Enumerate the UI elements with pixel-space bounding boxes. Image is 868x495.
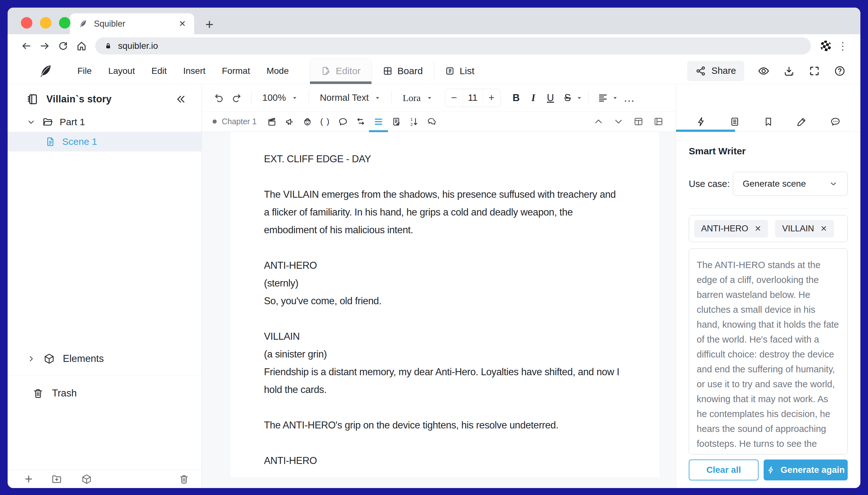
dual-dialogue-icon[interactable] — [424, 114, 439, 130]
menu-edit[interactable]: Edit — [143, 66, 175, 76]
bold-button[interactable]: B — [508, 92, 525, 104]
remove-tag-icon[interactable]: ✕ — [755, 224, 761, 233]
elements-cube-icon[interactable] — [81, 474, 92, 485]
dialogue-bubble-icon[interactable] — [335, 114, 350, 130]
chevron-down-icon[interactable] — [613, 116, 624, 127]
sidebar-item-part-1[interactable]: Part 1 — [7, 112, 201, 132]
zoom-window-button[interactable] — [59, 17, 70, 29]
footer-trash-icon[interactable] — [179, 474, 190, 484]
transition-arrows-icon[interactable] — [353, 114, 368, 130]
chevron-down-icon[interactable] — [27, 118, 35, 126]
forward-button[interactable] — [35, 37, 54, 55]
tab-bookmark-icon[interactable] — [763, 116, 774, 127]
home-button[interactable] — [72, 37, 91, 55]
script-page[interactable]: EXT. CLIFF EDGE - DAY The VILLAIN emerge… — [231, 132, 659, 477]
browser-tab[interactable]: Squibler ✕ — [70, 13, 194, 34]
editor-paragraph[interactable]: VILLAIN — [264, 328, 622, 345]
tab-smart-writer-bolt-icon[interactable] — [696, 116, 706, 127]
use-case-dropdown[interactable]: Generate scene — [733, 172, 848, 196]
redo-icon[interactable] — [228, 89, 246, 107]
tab-list[interactable]: List — [434, 58, 486, 84]
layout-top-split-icon[interactable] — [633, 116, 644, 127]
tag-anti-hero[interactable]: ANTI-HERO ✕ — [694, 220, 768, 237]
story-title[interactable]: Villain`s story — [46, 93, 112, 105]
sidebar-item-elements[interactable]: Elements — [7, 348, 201, 369]
share-button[interactable]: Share — [687, 61, 744, 81]
menu-layout[interactable]: Layout — [100, 66, 143, 76]
parenthetical-icon[interactable]: ( ) — [317, 114, 333, 130]
cube-icon — [43, 353, 55, 365]
character-tags-box[interactable]: ANTI-HERO ✕ VILLAIN ✕ — [689, 215, 848, 242]
menu-file[interactable]: File — [69, 66, 100, 76]
extension-icon[interactable] — [817, 37, 835, 55]
editor-paragraph[interactable]: (a sinister grin) — [264, 345, 622, 363]
script-notes-icon[interactable] — [389, 114, 404, 130]
scene-heading-clapper-icon[interactable] — [264, 114, 279, 130]
strikethrough-button[interactable]: S — [559, 92, 576, 104]
fullscreen-icon[interactable] — [808, 65, 820, 77]
preview-eye-icon[interactable] — [758, 65, 770, 77]
editor-paragraph[interactable]: The VILLAIN emerges from the shadows, hi… — [264, 186, 622, 239]
generated-text-area[interactable]: The ANTI-HERO stands at the edge of a cl… — [689, 249, 848, 455]
editor-paragraph[interactable]: ANTI-HERO — [264, 257, 622, 274]
tab-close-icon[interactable]: ✕ — [179, 19, 186, 29]
editor-paragraph[interactable]: (sternly) — [264, 274, 622, 292]
remove-tag-icon[interactable]: ✕ — [820, 224, 827, 233]
minimize-window-button[interactable] — [40, 17, 51, 29]
more-options-icon[interactable]: … — [618, 91, 640, 105]
new-tab-button[interactable]: + — [200, 15, 219, 34]
layout-left-split-icon[interactable] — [653, 116, 664, 127]
menu-insert[interactable]: Insert — [175, 66, 213, 76]
general-text-lines-icon[interactable] — [371, 114, 386, 130]
trash-label: Trash — [52, 388, 77, 399]
generate-again-button[interactable]: Generate again — [764, 460, 848, 480]
chevron-down-icon[interactable] — [576, 95, 583, 101]
tab-comments-icon[interactable] — [830, 116, 841, 127]
underline-button[interactable]: U — [542, 92, 559, 104]
font-size-value[interactable]: 11 — [463, 89, 482, 107]
chapter-label[interactable]: Chapter 1 — [222, 117, 257, 126]
menu-mode[interactable]: Mode — [258, 66, 297, 76]
align-button[interactable] — [594, 89, 612, 107]
browser-menu-icon[interactable]: ⋮ — [835, 40, 851, 52]
increase-font-icon[interactable]: + — [482, 92, 500, 104]
tab-pen-icon[interactable] — [796, 116, 807, 127]
clear-all-button[interactable]: Clear all — [689, 460, 758, 480]
editor-paragraph[interactable]: EXT. CLIFF EDGE - DAY — [264, 150, 622, 168]
sidebar-item-scene-1[interactable]: Scene 1 — [7, 132, 201, 152]
collapse-sidebar-icon[interactable] — [176, 94, 186, 105]
tag-villain[interactable]: VILLAIN ✕ — [775, 220, 834, 237]
reload-button[interactable] — [54, 37, 72, 55]
part-label: Part 1 — [60, 117, 85, 127]
sidebar-item-trash[interactable]: Trash — [7, 383, 201, 404]
tab-board[interactable]: Board — [372, 58, 434, 84]
menu-format[interactable]: Format — [213, 66, 258, 76]
tab-editor[interactable]: Editor — [310, 58, 371, 84]
chevron-up-icon[interactable] — [593, 116, 604, 127]
zoom-dropdown[interactable]: 100% — [257, 92, 303, 103]
scene-file-icon — [45, 136, 56, 147]
font-family-dropdown[interactable]: Lora — [397, 92, 438, 103]
back-button[interactable] — [17, 37, 35, 55]
lock-icon[interactable] — [104, 42, 112, 50]
character-face-icon[interactable] — [300, 114, 315, 130]
address-bar[interactable]: squibler.io — [95, 37, 811, 54]
editor-paragraph[interactable]: So, you've come, old friend. — [264, 292, 622, 310]
italic-button[interactable]: I — [525, 92, 542, 104]
editor-paragraph[interactable]: ANTI-HERO — [264, 452, 622, 470]
add-item-icon[interactable]: + — [25, 473, 33, 486]
chevron-down-icon[interactable] — [612, 95, 618, 101]
chevron-right-icon[interactable] — [27, 354, 35, 363]
editor-paragraph[interactable]: Friendship is a distant memory, my dear … — [264, 363, 622, 399]
add-folder-icon[interactable] — [51, 474, 63, 485]
shot-sort-icon[interactable]: 12 — [406, 114, 422, 130]
tab-notes-icon[interactable] — [730, 116, 740, 127]
undo-icon[interactable] — [210, 89, 228, 107]
action-megaphone-icon[interactable] — [282, 114, 297, 130]
help-icon[interactable] — [834, 65, 846, 77]
editor-paragraph[interactable]: The ANTI-HERO's grip on the device tight… — [264, 416, 622, 434]
close-window-button[interactable] — [21, 17, 32, 29]
download-icon[interactable] — [783, 65, 795, 77]
decrease-font-icon[interactable]: − — [445, 92, 463, 104]
paragraph-style-dropdown[interactable]: Normal Text — [315, 92, 386, 103]
